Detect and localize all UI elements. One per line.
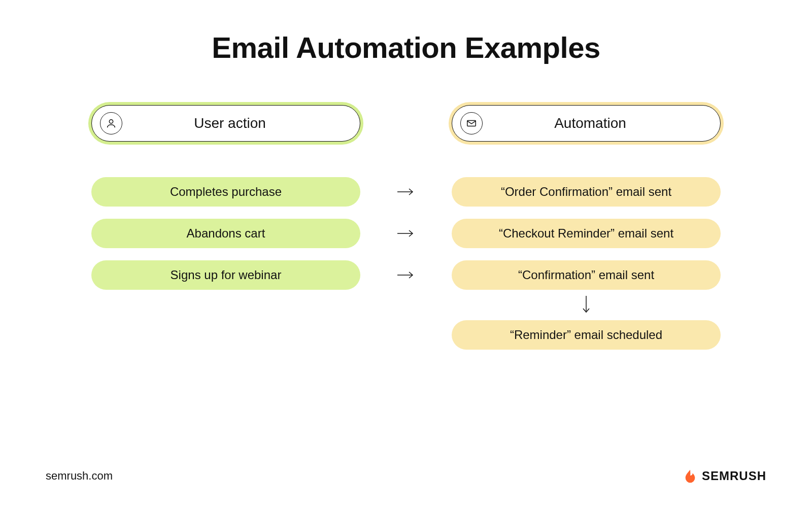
brand-name: SEMRUSH [702,469,766,483]
arrow-column [391,105,421,302]
svg-point-0 [109,120,113,123]
diagram-container: Email Automation Examples User action Co… [0,0,812,362]
user-action-header: User action [91,105,360,142]
user-action-label: User action [122,115,360,131]
automation-header: Automation [452,105,721,142]
user-action-item: Completes purchase [91,177,360,207]
mail-icon [460,112,483,134]
semrush-fire-icon [683,468,698,484]
automation-item: “Checkout Reminder” email sent [452,219,721,248]
arrow-right-icon [397,219,415,248]
footer: semrush.com SEMRUSH [0,468,812,484]
user-action-item: Signs up for webinar [91,260,360,290]
header-pill-outer: Automation [452,105,721,142]
automation-label: Automation [483,115,720,131]
automation-item: “Order Confirmation” email sent [452,177,721,207]
arrow-down-icon [583,294,590,316]
arrow-right-icon [397,177,415,207]
automation-item: “Confirmation” email sent [452,260,721,290]
user-action-column: User action Completes purchase Abandons … [91,105,360,302]
brand-logo: SEMRUSH [683,468,766,484]
footer-domain: semrush.com [46,469,113,483]
header-pill-outer: User action [91,105,360,142]
user-action-item: Abandons cart [91,219,360,248]
automation-item: “Reminder” email scheduled [452,320,721,350]
columns-row: User action Completes purchase Abandons … [61,105,751,362]
diagram-title: Email Automation Examples [61,30,751,64]
user-icon [100,112,122,134]
arrow-right-icon [397,260,415,290]
svg-rect-4 [467,121,476,126]
automation-column: Automation “Order Confirmation” email se… [452,105,721,362]
